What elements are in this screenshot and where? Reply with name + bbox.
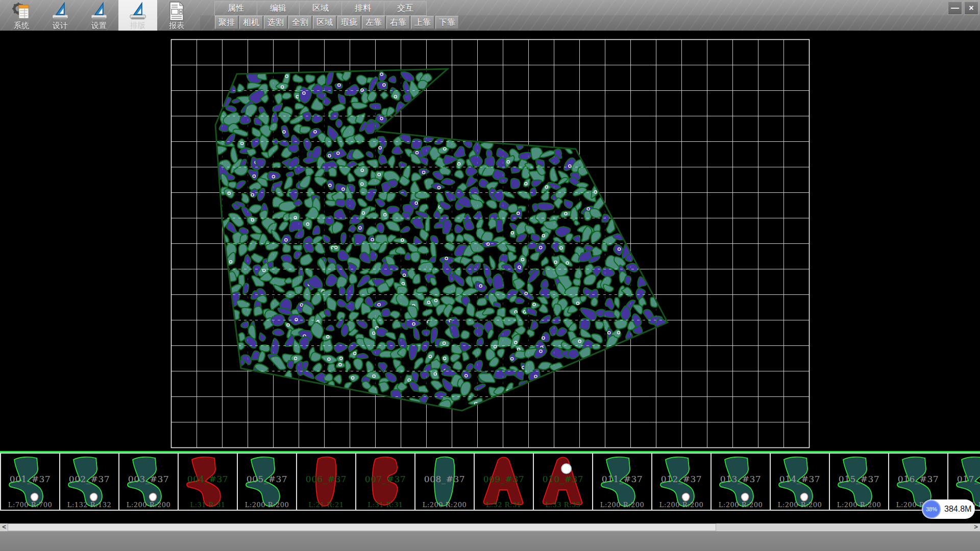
tool-button-2[interactable]: 相机 (239, 16, 263, 29)
piece-thumbnail-7[interactable]: 007_#37 L:31 R:31 (356, 453, 415, 511)
menu-item-4[interactable]: 排料 (342, 1, 384, 16)
piece-name: 004_#37 (179, 474, 237, 484)
filmstrip-cells: 001_#37 L:700 R:700 002_#37 L:132 R:132 … (0, 453, 980, 511)
tool-button-5[interactable]: 区域 (313, 16, 336, 29)
main-button-5[interactable]: 报表 (157, 0, 196, 31)
memory-size-label: 384.8M (944, 505, 971, 514)
piece-thumbnail-4[interactable]: 004_#37 L:31 R:31 (179, 453, 238, 511)
main-button-3[interactable]: 设置 (80, 0, 118, 31)
application-window: 系统 设计 设置 排版 报表 属性编辑区域排料交互 聚排相机选割全割区域瑕疵左靠… (0, 0, 980, 551)
piece-thumbnail-15[interactable]: 015_#37 L:200 R:200 (830, 453, 889, 511)
main-button-label: 设置 (91, 21, 107, 30)
piece-thumbnail-2[interactable]: 002_#37 L:132 R:132 (60, 453, 119, 511)
main-button-1[interactable]: 系统 (2, 0, 41, 31)
memory-widget[interactable]: 38% 384.8M (922, 499, 975, 519)
window-bottom-chrome (0, 531, 980, 551)
memory-percent-label: 38% (926, 506, 937, 512)
minimize-button[interactable]: — (948, 2, 962, 15)
piece-name: 010_#37 (534, 474, 592, 484)
piece-thumbnail-3[interactable]: 003_#37 L:200 R:200 (119, 453, 179, 511)
menu-item-2[interactable]: 编辑 (257, 1, 300, 16)
toolbar: 系统 设计 设置 排版 报表 属性编辑区域排料交互 聚排相机选割全割区域瑕疵左靠… (0, 0, 980, 31)
tool-button-7[interactable]: 左靠 (362, 16, 385, 29)
piece-name: 001_#37 (1, 474, 59, 484)
piece-count-label: L:31 R:31 (356, 501, 414, 509)
piece-name: 014_#37 (771, 474, 829, 484)
tool-button-10[interactable]: 下靠 (435, 16, 459, 29)
main-button-4[interactable]: 排版 (118, 0, 157, 31)
piece-count-label: L:200 R:200 (593, 501, 651, 509)
design-setsquare-icon (50, 1, 70, 21)
piece-name: 003_#37 (119, 474, 178, 484)
piece-count-label: L:200 R:200 (652, 501, 710, 509)
tool-button-9[interactable]: 上靠 (411, 16, 434, 29)
pieces-filmstrip: 001_#37 L:700 R:700 002_#37 L:132 R:132 … (0, 451, 980, 513)
main-button-label: 排版 (130, 21, 145, 30)
piece-thumbnail-8[interactable]: 008_#37 L:200 R:200 (415, 453, 475, 511)
tool-button-4[interactable]: 全割 (288, 16, 312, 29)
piece-count-label: L:700 R:700 (1, 501, 59, 509)
close-button[interactable]: × (964, 2, 978, 15)
main-button-label: 系统 (14, 21, 29, 30)
main-button-label: 报表 (169, 21, 184, 30)
piece-name: 006_#37 (297, 474, 355, 484)
piece-name: 013_#37 (712, 474, 770, 484)
layout-setsquare-icon (128, 1, 148, 21)
piece-thumbnail-12[interactable]: 012_#37 L:200 R:200 (652, 453, 712, 511)
piece-count-label: L:200 R:200 (238, 501, 296, 509)
tool-button-1[interactable]: 聚排 (215, 16, 238, 29)
piece-name: 007_#37 (356, 474, 414, 484)
piece-name: 002_#37 (60, 474, 118, 484)
window-controls: — × (948, 2, 978, 15)
menu-bar: 属性编辑区域排料交互 (214, 1, 427, 16)
piece-thumbnail-11[interactable]: 011_#37 L:200 R:200 (593, 453, 652, 511)
piece-count-label: L:200 R:200 (830, 501, 888, 509)
tool-button-8[interactable]: 右靠 (386, 16, 410, 29)
main-button-label: 设计 (53, 21, 68, 30)
piece-name: 016_#37 (889, 474, 947, 484)
system-gear-icon (11, 1, 32, 21)
main-toolbar-buttons: 系统 设计 设置 排版 报表 (2, 0, 196, 31)
nesting-canvas[interactable] (0, 31, 980, 451)
scroll-left-arrow-icon[interactable]: < (1, 523, 8, 531)
main-button-2[interactable]: 设计 (41, 0, 80, 31)
piece-name: 012_#37 (652, 474, 710, 484)
piece-thumbnail-10[interactable]: 010_#37 L:33 R:33 (534, 453, 593, 511)
piece-count-label: L:132 R:132 (60, 501, 118, 509)
piece-thumbnail-5[interactable]: 005_#37 L:200 R:200 (238, 453, 297, 511)
piece-count-label: L:200 R:200 (415, 501, 474, 509)
menu-item-5[interactable]: 交互 (384, 1, 427, 16)
piece-thumbnail-13[interactable]: 013_#37 L:200 R:200 (712, 453, 771, 511)
piece-count-label: L:33 R:33 (534, 501, 592, 509)
workspace (0, 31, 980, 451)
settings-setsquare-icon (89, 1, 109, 21)
piece-count-label: L:32 R:31 (475, 501, 533, 509)
piece-count-label: L:31 R:31 (179, 501, 237, 509)
piece-thumbnail-6[interactable]: 006_#37 L:21 R:21 (297, 453, 356, 511)
report-doc-icon (166, 1, 187, 21)
piece-count-label: L:200 R:200 (119, 501, 178, 509)
piece-name: 009_#37 (475, 474, 533, 484)
scrollbar-thumb[interactable] (8, 523, 716, 531)
piece-thumbnail-9[interactable]: 009_#37 L:32 R:31 (475, 453, 534, 511)
horizontal-scrollbar[interactable]: < > (0, 523, 980, 531)
piece-name: 017_#37 (948, 474, 980, 484)
piece-count-label: L:200 R:200 (771, 501, 829, 509)
scroll-right-arrow-icon[interactable]: > (972, 523, 979, 531)
tool-button-row: 聚排相机选割全割区域瑕疵左靠右靠上靠下靠 (215, 16, 459, 29)
piece-name: 011_#37 (593, 474, 651, 484)
piece-name: 015_#37 (830, 474, 888, 484)
piece-name: 008_#37 (415, 474, 474, 484)
piece-thumbnail-14[interactable]: 014_#37 L:200 R:200 (771, 453, 830, 511)
tool-button-6[interactable]: 瑕疵 (337, 16, 361, 29)
piece-count-label: L:200 R:200 (712, 501, 770, 509)
menu-item-3[interactable]: 区域 (300, 1, 342, 16)
piece-name: 005_#37 (238, 474, 296, 484)
piece-count-label: L:21 R:21 (297, 501, 355, 509)
memory-percent-badge: 38% (922, 500, 941, 518)
tool-button-3[interactable]: 选割 (264, 16, 287, 29)
piece-thumbnail-1[interactable]: 001_#37 L:700 R:700 (1, 453, 60, 511)
menu-item-1[interactable]: 属性 (214, 1, 257, 16)
